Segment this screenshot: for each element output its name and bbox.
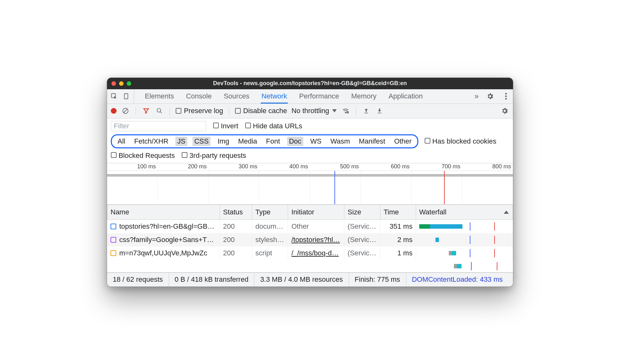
col-waterfall[interactable]: Waterfall	[416, 205, 513, 219]
filter-funnel-icon[interactable]	[142, 106, 151, 115]
timeline-tick: 700 ms	[412, 163, 462, 171]
timeline-overview[interactable]: 100 ms200 ms300 ms400 ms500 ms600 ms700 …	[107, 163, 513, 205]
request-name: topstories?hl=en-GB&gl=GB…	[119, 222, 215, 231]
dcl-marker	[334, 171, 335, 204]
type-filter-img[interactable]: Img	[216, 137, 231, 146]
zoom-window-button[interactable]	[127, 81, 131, 86]
tab-application[interactable]: Application	[388, 89, 423, 104]
preserve-log-checkbox[interactable]: Preserve log	[176, 107, 223, 115]
request-status: 200	[220, 246, 252, 260]
divider	[170, 107, 170, 115]
upload-har-icon[interactable]	[362, 106, 371, 115]
col-size[interactable]: Size	[344, 205, 380, 219]
throttling-select[interactable]: No throttling	[292, 107, 337, 115]
col-status[interactable]: Status	[220, 205, 252, 219]
has-blocked-cookies-label: Has blocked cookies	[432, 137, 496, 145]
blocked-requests-checkbox[interactable]: Blocked Requests	[111, 152, 175, 160]
request-initiator: Other	[288, 219, 344, 233]
request-type: script	[252, 246, 288, 260]
has-blocked-cookies-checkbox[interactable]: Has blocked cookies	[425, 137, 496, 145]
svg-line-8	[160, 112, 162, 113]
table-row[interactable]: topstories?hl=en-GB&gl=GB…200docum…Other…	[107, 219, 513, 233]
request-initiator[interactable]: /_/mss/boq-d…	[288, 246, 344, 260]
type-filter-manifest[interactable]: Manifest	[357, 137, 387, 146]
invert-label: Invert	[221, 122, 238, 130]
divider	[229, 107, 229, 115]
network-toolbar: Preserve log Disable cache No throttling	[107, 104, 513, 118]
type-filter-css[interactable]: CSS	[192, 137, 211, 146]
clear-icon[interactable]	[121, 106, 130, 115]
type-filter-fetchxhr[interactable]: Fetch/XHR	[132, 137, 170, 146]
status-requests: 18 / 62 requests	[107, 273, 169, 286]
request-status: 200	[220, 219, 252, 233]
device-toolbar-icon[interactable]	[122, 92, 131, 101]
network-settings-gear-icon[interactable]	[500, 106, 509, 115]
waterfall-bar	[419, 249, 509, 257]
status-bar: 18 / 62 requests 0 B / 418 kB transferre…	[107, 273, 513, 286]
type-filter-font[interactable]: Font	[264, 137, 282, 146]
waterfall-bar	[419, 236, 509, 244]
titlebar: DevTools - news.google.com/topstories?hl…	[107, 78, 513, 89]
network-conditions-icon[interactable]	[341, 106, 350, 115]
request-status: 200	[220, 233, 252, 246]
tab-sources[interactable]: Sources	[223, 89, 250, 104]
load-marker	[444, 171, 445, 204]
waterfall-bar	[419, 222, 509, 231]
devtools-window: DevTools - news.google.com/topstories?hl…	[107, 78, 513, 287]
request-size: (Servic…	[344, 233, 380, 246]
invert-checkbox[interactable]: Invert	[213, 122, 238, 130]
table-header-row: Name Status Type Initiator Size Time Wat…	[107, 205, 513, 219]
type-filter-all[interactable]: All	[116, 137, 127, 146]
col-initiator[interactable]: Initiator	[288, 205, 344, 219]
download-har-icon[interactable]	[375, 106, 384, 115]
tab-network[interactable]: Network	[261, 89, 288, 104]
col-type[interactable]: Type	[252, 205, 288, 219]
inspect-element-icon[interactable]	[110, 92, 118, 101]
type-filter-js[interactable]: JS	[175, 137, 187, 146]
tab-performance[interactable]: Performance	[299, 89, 340, 104]
record-button[interactable]	[111, 108, 117, 114]
tab-elements[interactable]: Elements	[144, 89, 175, 104]
svg-line-6	[124, 109, 127, 113]
kebab-menu-icon[interactable]	[502, 92, 510, 101]
css-file-icon	[111, 237, 116, 243]
request-size: (Servic…	[344, 246, 380, 260]
hide-data-urls-checkbox[interactable]: Hide data URLs	[245, 122, 302, 130]
timeline-tick: 300 ms	[209, 163, 259, 171]
timeline-tick: 200 ms	[158, 163, 209, 171]
minimize-window-button[interactable]	[119, 81, 124, 86]
blocked-requests-label: Blocked Requests	[118, 152, 175, 159]
type-filter-doc[interactable]: Doc	[287, 137, 303, 146]
request-type: docum…	[252, 219, 288, 233]
settings-gear-icon[interactable]	[486, 92, 495, 101]
tab-memory[interactable]: Memory	[351, 89, 377, 104]
svg-point-3	[505, 96, 507, 97]
timeline-tick: 100 ms	[107, 163, 158, 171]
type-filter-ws[interactable]: WS	[308, 137, 323, 146]
third-party-checkbox[interactable]: 3rd-party requests	[182, 152, 246, 160]
search-icon[interactable]	[155, 106, 164, 115]
filter-input[interactable]: Filter	[111, 121, 206, 131]
panel-tabs-row: ElementsConsoleSourcesNetworkPerformance…	[107, 89, 513, 104]
more-tabs-button[interactable]: »	[475, 92, 479, 101]
svg-point-7	[157, 109, 161, 112]
filter-section: Filter Invert Hide data URLs AllFetch/XH…	[107, 118, 513, 163]
tab-console[interactable]: Console	[185, 89, 212, 104]
hide-data-urls-label: Hide data URLs	[253, 122, 302, 130]
type-filter-other[interactable]: Other	[392, 137, 414, 146]
table-row[interactable]: m=n73qwf,UUJqVe,MpJwZc200script/_/mss/bo…	[107, 246, 513, 260]
traffic-lights	[107, 81, 131, 86]
timeline-tick: 600 ms	[361, 163, 412, 171]
col-name[interactable]: Name	[107, 205, 220, 219]
close-window-button[interactable]	[111, 81, 116, 86]
sort-ascending-icon	[504, 211, 509, 214]
table-row[interactable]: css?family=Google+Sans+T…200stylesh…/top…	[107, 233, 513, 246]
request-type: stylesh…	[252, 233, 288, 246]
disable-cache-checkbox[interactable]: Disable cache	[235, 107, 287, 115]
disable-cache-label: Disable cache	[243, 107, 287, 115]
request-initiator[interactable]: /topstories?hl…	[288, 233, 344, 246]
type-filter-wasm[interactable]: Wasm	[328, 137, 352, 146]
type-filter-media[interactable]: Media	[236, 137, 259, 146]
col-time[interactable]: Time	[380, 205, 416, 219]
request-time: 2 ms	[380, 233, 416, 246]
